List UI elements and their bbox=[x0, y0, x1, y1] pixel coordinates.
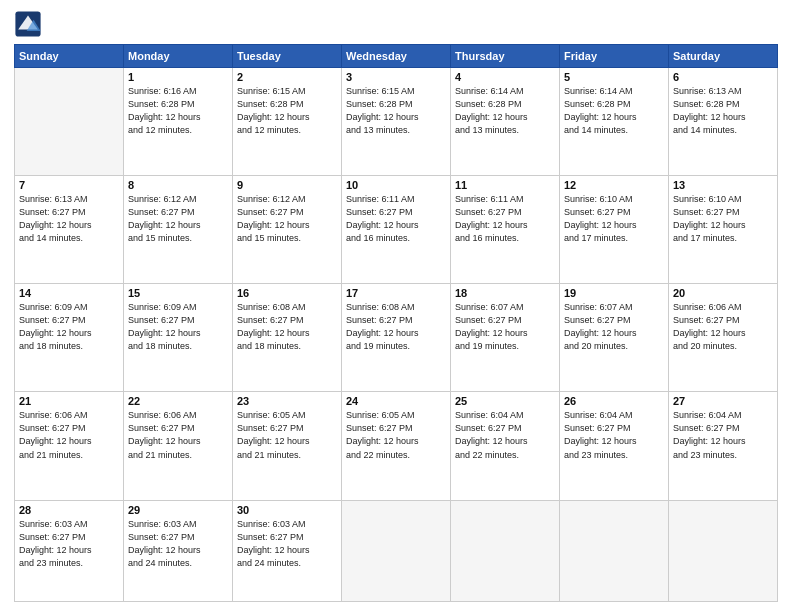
day-info: Sunrise: 6:09 AM Sunset: 6:27 PM Dayligh… bbox=[128, 301, 228, 353]
calendar-header-sunday: Sunday bbox=[15, 45, 124, 68]
calendar-cell: 22Sunrise: 6:06 AM Sunset: 6:27 PM Dayli… bbox=[124, 392, 233, 500]
day-number: 17 bbox=[346, 287, 446, 299]
day-number: 30 bbox=[237, 504, 337, 516]
day-info: Sunrise: 6:03 AM Sunset: 6:27 PM Dayligh… bbox=[237, 518, 337, 570]
logo-icon bbox=[14, 10, 42, 38]
day-info: Sunrise: 6:10 AM Sunset: 6:27 PM Dayligh… bbox=[673, 193, 773, 245]
day-number: 20 bbox=[673, 287, 773, 299]
day-info: Sunrise: 6:09 AM Sunset: 6:27 PM Dayligh… bbox=[19, 301, 119, 353]
day-info: Sunrise: 6:14 AM Sunset: 6:28 PM Dayligh… bbox=[455, 85, 555, 137]
calendar-cell: 12Sunrise: 6:10 AM Sunset: 6:27 PM Dayli… bbox=[560, 176, 669, 284]
day-number: 10 bbox=[346, 179, 446, 191]
calendar-week-2: 7Sunrise: 6:13 AM Sunset: 6:27 PM Daylig… bbox=[15, 176, 778, 284]
calendar-cell: 1Sunrise: 6:16 AM Sunset: 6:28 PM Daylig… bbox=[124, 68, 233, 176]
calendar-cell: 24Sunrise: 6:05 AM Sunset: 6:27 PM Dayli… bbox=[342, 392, 451, 500]
day-number: 25 bbox=[455, 395, 555, 407]
day-info: Sunrise: 6:04 AM Sunset: 6:27 PM Dayligh… bbox=[673, 409, 773, 461]
day-info: Sunrise: 6:14 AM Sunset: 6:28 PM Dayligh… bbox=[564, 85, 664, 137]
calendar-header-monday: Monday bbox=[124, 45, 233, 68]
calendar-cell: 3Sunrise: 6:15 AM Sunset: 6:28 PM Daylig… bbox=[342, 68, 451, 176]
calendar-cell: 5Sunrise: 6:14 AM Sunset: 6:28 PM Daylig… bbox=[560, 68, 669, 176]
day-number: 4 bbox=[455, 71, 555, 83]
day-info: Sunrise: 6:05 AM Sunset: 6:27 PM Dayligh… bbox=[237, 409, 337, 461]
calendar-cell: 16Sunrise: 6:08 AM Sunset: 6:27 PM Dayli… bbox=[233, 284, 342, 392]
calendar-cell: 26Sunrise: 6:04 AM Sunset: 6:27 PM Dayli… bbox=[560, 392, 669, 500]
calendar-cell: 25Sunrise: 6:04 AM Sunset: 6:27 PM Dayli… bbox=[451, 392, 560, 500]
calendar-cell: 14Sunrise: 6:09 AM Sunset: 6:27 PM Dayli… bbox=[15, 284, 124, 392]
calendar-header-saturday: Saturday bbox=[669, 45, 778, 68]
day-info: Sunrise: 6:05 AM Sunset: 6:27 PM Dayligh… bbox=[346, 409, 446, 461]
day-number: 7 bbox=[19, 179, 119, 191]
day-info: Sunrise: 6:15 AM Sunset: 6:28 PM Dayligh… bbox=[346, 85, 446, 137]
day-info: Sunrise: 6:13 AM Sunset: 6:28 PM Dayligh… bbox=[673, 85, 773, 137]
day-number: 18 bbox=[455, 287, 555, 299]
day-number: 28 bbox=[19, 504, 119, 516]
calendar-cell bbox=[342, 500, 451, 602]
logo bbox=[14, 10, 46, 38]
header bbox=[14, 10, 778, 38]
day-info: Sunrise: 6:11 AM Sunset: 6:27 PM Dayligh… bbox=[346, 193, 446, 245]
day-info: Sunrise: 6:03 AM Sunset: 6:27 PM Dayligh… bbox=[19, 518, 119, 570]
day-info: Sunrise: 6:10 AM Sunset: 6:27 PM Dayligh… bbox=[564, 193, 664, 245]
day-info: Sunrise: 6:04 AM Sunset: 6:27 PM Dayligh… bbox=[455, 409, 555, 461]
calendar-cell: 21Sunrise: 6:06 AM Sunset: 6:27 PM Dayli… bbox=[15, 392, 124, 500]
day-number: 6 bbox=[673, 71, 773, 83]
calendar-header-wednesday: Wednesday bbox=[342, 45, 451, 68]
calendar-week-4: 21Sunrise: 6:06 AM Sunset: 6:27 PM Dayli… bbox=[15, 392, 778, 500]
calendar-table: SundayMondayTuesdayWednesdayThursdayFrid… bbox=[14, 44, 778, 602]
calendar-cell bbox=[560, 500, 669, 602]
calendar-cell: 30Sunrise: 6:03 AM Sunset: 6:27 PM Dayli… bbox=[233, 500, 342, 602]
day-info: Sunrise: 6:13 AM Sunset: 6:27 PM Dayligh… bbox=[19, 193, 119, 245]
day-number: 21 bbox=[19, 395, 119, 407]
calendar-header-row: SundayMondayTuesdayWednesdayThursdayFrid… bbox=[15, 45, 778, 68]
day-number: 2 bbox=[237, 71, 337, 83]
day-number: 9 bbox=[237, 179, 337, 191]
day-info: Sunrise: 6:06 AM Sunset: 6:27 PM Dayligh… bbox=[128, 409, 228, 461]
day-number: 5 bbox=[564, 71, 664, 83]
day-number: 23 bbox=[237, 395, 337, 407]
calendar-cell: 19Sunrise: 6:07 AM Sunset: 6:27 PM Dayli… bbox=[560, 284, 669, 392]
day-number: 14 bbox=[19, 287, 119, 299]
calendar-week-3: 14Sunrise: 6:09 AM Sunset: 6:27 PM Dayli… bbox=[15, 284, 778, 392]
day-number: 1 bbox=[128, 71, 228, 83]
day-info: Sunrise: 6:04 AM Sunset: 6:27 PM Dayligh… bbox=[564, 409, 664, 461]
calendar-header-thursday: Thursday bbox=[451, 45, 560, 68]
day-number: 26 bbox=[564, 395, 664, 407]
day-number: 12 bbox=[564, 179, 664, 191]
calendar-cell: 13Sunrise: 6:10 AM Sunset: 6:27 PM Dayli… bbox=[669, 176, 778, 284]
calendar-cell: 11Sunrise: 6:11 AM Sunset: 6:27 PM Dayli… bbox=[451, 176, 560, 284]
day-number: 3 bbox=[346, 71, 446, 83]
calendar-cell bbox=[669, 500, 778, 602]
day-info: Sunrise: 6:06 AM Sunset: 6:27 PM Dayligh… bbox=[673, 301, 773, 353]
day-info: Sunrise: 6:07 AM Sunset: 6:27 PM Dayligh… bbox=[455, 301, 555, 353]
day-info: Sunrise: 6:16 AM Sunset: 6:28 PM Dayligh… bbox=[128, 85, 228, 137]
calendar-cell: 27Sunrise: 6:04 AM Sunset: 6:27 PM Dayli… bbox=[669, 392, 778, 500]
calendar-cell: 9Sunrise: 6:12 AM Sunset: 6:27 PM Daylig… bbox=[233, 176, 342, 284]
day-info: Sunrise: 6:08 AM Sunset: 6:27 PM Dayligh… bbox=[346, 301, 446, 353]
calendar-cell: 15Sunrise: 6:09 AM Sunset: 6:27 PM Dayli… bbox=[124, 284, 233, 392]
day-number: 22 bbox=[128, 395, 228, 407]
calendar-cell: 4Sunrise: 6:14 AM Sunset: 6:28 PM Daylig… bbox=[451, 68, 560, 176]
page: SundayMondayTuesdayWednesdayThursdayFrid… bbox=[0, 0, 792, 612]
day-number: 11 bbox=[455, 179, 555, 191]
calendar-header-tuesday: Tuesday bbox=[233, 45, 342, 68]
calendar-cell bbox=[451, 500, 560, 602]
calendar-cell: 2Sunrise: 6:15 AM Sunset: 6:28 PM Daylig… bbox=[233, 68, 342, 176]
calendar-cell: 6Sunrise: 6:13 AM Sunset: 6:28 PM Daylig… bbox=[669, 68, 778, 176]
calendar-cell: 28Sunrise: 6:03 AM Sunset: 6:27 PM Dayli… bbox=[15, 500, 124, 602]
day-info: Sunrise: 6:12 AM Sunset: 6:27 PM Dayligh… bbox=[237, 193, 337, 245]
calendar-header-friday: Friday bbox=[560, 45, 669, 68]
day-number: 29 bbox=[128, 504, 228, 516]
day-number: 24 bbox=[346, 395, 446, 407]
day-info: Sunrise: 6:12 AM Sunset: 6:27 PM Dayligh… bbox=[128, 193, 228, 245]
calendar-cell: 10Sunrise: 6:11 AM Sunset: 6:27 PM Dayli… bbox=[342, 176, 451, 284]
day-info: Sunrise: 6:07 AM Sunset: 6:27 PM Dayligh… bbox=[564, 301, 664, 353]
day-number: 16 bbox=[237, 287, 337, 299]
calendar-cell: 8Sunrise: 6:12 AM Sunset: 6:27 PM Daylig… bbox=[124, 176, 233, 284]
day-info: Sunrise: 6:11 AM Sunset: 6:27 PM Dayligh… bbox=[455, 193, 555, 245]
day-info: Sunrise: 6:03 AM Sunset: 6:27 PM Dayligh… bbox=[128, 518, 228, 570]
calendar-cell: 7Sunrise: 6:13 AM Sunset: 6:27 PM Daylig… bbox=[15, 176, 124, 284]
day-info: Sunrise: 6:15 AM Sunset: 6:28 PM Dayligh… bbox=[237, 85, 337, 137]
calendar-cell: 29Sunrise: 6:03 AM Sunset: 6:27 PM Dayli… bbox=[124, 500, 233, 602]
day-info: Sunrise: 6:06 AM Sunset: 6:27 PM Dayligh… bbox=[19, 409, 119, 461]
